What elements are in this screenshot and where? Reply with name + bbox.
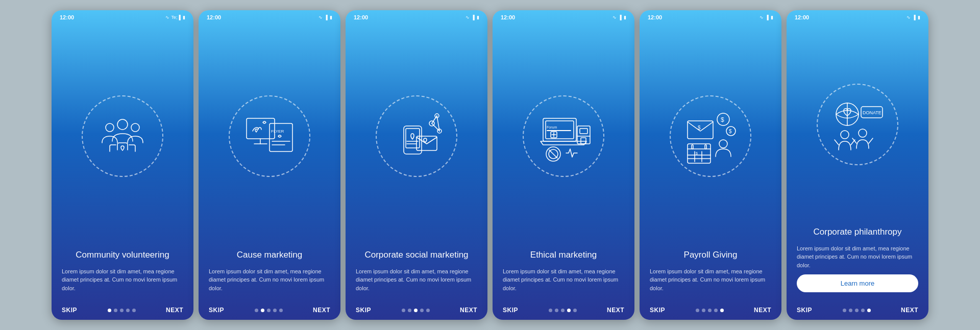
dot-3-3 xyxy=(420,309,424,312)
skip-3[interactable]: SKIP xyxy=(356,307,371,314)
next-1[interactable]: NEXT xyxy=(166,307,183,314)
status-bar-5: 12:00 ∿ ▐ ▮ xyxy=(640,10,781,22)
signal-icon-3: ▐ xyxy=(472,15,475,20)
time-2: 12:00 xyxy=(207,14,221,20)
status-icons-1: ∿ Te;▐ ▮ xyxy=(165,15,185,20)
title-4: Ethical marketing xyxy=(503,249,624,261)
desc-5: Lorem ipsum dolor sit dim amet, mea regi… xyxy=(650,267,771,293)
desc-4: Lorem ipsum dolor sit dim amet, mea regi… xyxy=(503,267,624,293)
learn-more-button[interactable]: Learn more xyxy=(797,274,918,292)
svg-rect-21 xyxy=(543,118,576,141)
battery-icon-5: ▮ xyxy=(771,15,773,20)
dots-1 xyxy=(108,309,136,312)
wifi-icon-5: ∿ xyxy=(760,15,764,20)
dot-2-2 xyxy=(267,309,271,312)
screens-container: 12:00 ∿ Te;▐ ▮ xyxy=(41,0,939,330)
status-bar-1: 12:00 ∿ Te;▐ ▮ xyxy=(52,10,193,22)
svg-text:Forum: Forum xyxy=(547,125,557,129)
content-6: Corporate philanthropy Lorem ipsum dolor… xyxy=(787,226,928,302)
content-4: Ethical marketing Lorem ipsum dolor sit … xyxy=(493,249,634,302)
time-5: 12:00 xyxy=(648,14,662,20)
dot-4-4 xyxy=(573,309,577,312)
dashed-circle-3 xyxy=(376,95,457,177)
svg-rect-10 xyxy=(404,126,422,154)
time-1: 12:00 xyxy=(60,14,74,20)
battery-icon-1: ▮ xyxy=(183,15,185,20)
content-1: Community volunteering Lorem ipsum dolor… xyxy=(52,249,193,302)
dot-4-0 xyxy=(549,309,552,312)
status-bar-2: 12:00 ∿ ▐ ▮ xyxy=(199,10,340,22)
signal-icon-2: ▐ xyxy=(325,15,328,20)
dot-5-1 xyxy=(702,309,705,312)
dots-5 xyxy=(696,309,724,312)
skip-5[interactable]: SKIP xyxy=(650,307,665,314)
content-3: Corporate social marketing Lorem ipsum d… xyxy=(346,249,487,302)
next-6[interactable]: NEXT xyxy=(901,307,918,314)
content-2: Cause marketing Lorem ipsum dolor sit di… xyxy=(199,249,340,302)
status-icons-2: ∿ ▐ ▮ xyxy=(318,15,332,20)
status-icons-3: ∿ ▐ ▮ xyxy=(465,15,479,20)
status-bar-4: 12:00 ∿ ▐ ▮ xyxy=(493,10,634,22)
skip-6[interactable]: SKIP xyxy=(797,307,812,314)
next-2[interactable]: NEXT xyxy=(313,307,330,314)
svg-text:FLYER: FLYER xyxy=(271,129,284,134)
wifi-icon-3: ∿ xyxy=(465,15,470,20)
dot-1-2 xyxy=(120,309,124,312)
svg-rect-6 xyxy=(270,123,292,151)
svg-text:$: $ xyxy=(721,116,724,123)
skip-2[interactable]: SKIP xyxy=(209,307,224,314)
dot-4-3 xyxy=(567,309,571,312)
cause-marketing-icon: FLYER xyxy=(241,108,298,164)
payroll-giving-icon: $ $ $ xyxy=(682,108,739,164)
dot-1-0 xyxy=(108,309,111,312)
dot-1-1 xyxy=(114,309,117,312)
screen-community-volunteering: 12:00 ∿ Te;▐ ▮ xyxy=(52,10,193,320)
dot-1-4 xyxy=(132,309,136,312)
dot-2-4 xyxy=(279,309,283,312)
svg-point-0 xyxy=(117,119,128,130)
title-6: Corporate philanthropy xyxy=(797,226,918,238)
desc-6: Lorem ipsum dolor sit dim amet, mea regi… xyxy=(797,244,918,270)
battery-icon-4: ▮ xyxy=(624,15,626,20)
next-5[interactable]: NEXT xyxy=(754,307,771,314)
svg-rect-3 xyxy=(247,118,275,139)
dot-3-4 xyxy=(426,309,430,312)
signal-icon-5: ▐ xyxy=(766,15,769,20)
philanthropy-icon: DONATE xyxy=(829,96,886,153)
skip-4[interactable]: SKIP xyxy=(503,307,518,314)
wifi-icon-2: ∿ xyxy=(318,15,323,20)
screen-corporate-social-marketing: 12:00 ∿ ▐ ▮ xyxy=(346,10,487,320)
next-3[interactable]: NEXT xyxy=(460,307,477,314)
wifi-icon-4: ∿ xyxy=(612,15,617,20)
title-2: Cause marketing xyxy=(209,249,330,261)
title-1: Community volunteering xyxy=(62,249,183,261)
illustration-3 xyxy=(346,22,487,249)
svg-text:$: $ xyxy=(698,125,701,131)
desc-2: Lorem ipsum dolor sit dim amet, mea regi… xyxy=(209,267,330,293)
illustration-1 xyxy=(52,22,193,249)
screen-payroll-giving: 12:00 ∿ ▐ ▮ $ $ $ xyxy=(640,10,781,320)
skip-1[interactable]: SKIP xyxy=(62,307,77,314)
dot-5-2 xyxy=(708,309,712,312)
dots-4 xyxy=(549,309,577,312)
svg-point-2 xyxy=(131,123,139,132)
status-icons-4: ∿ ▐ ▮ xyxy=(612,15,626,20)
next-4[interactable]: NEXT xyxy=(607,307,624,314)
content-5: Payroll Giving Lorem ipsum dolor sit dim… xyxy=(640,249,781,302)
screen-ethical-marketing: 12:00 ∿ ▐ ▮ Forum xyxy=(493,10,634,320)
svg-rect-43 xyxy=(688,144,710,163)
dashed-circle-6: DONATE xyxy=(817,84,898,165)
dot-3-0 xyxy=(402,309,405,312)
svg-line-30 xyxy=(549,150,557,158)
dot-6-0 xyxy=(843,309,846,312)
social-marketing-icon xyxy=(388,108,445,164)
illustration-6: DONATE xyxy=(787,22,928,226)
time-3: 12:00 xyxy=(354,14,368,20)
dots-6 xyxy=(843,309,871,312)
battery-icon-6: ▮ xyxy=(918,15,920,20)
bottom-nav-6: SKIP NEXT xyxy=(787,302,928,320)
screen-cause-marketing: 12:00 ∿ ▐ ▮ xyxy=(199,10,340,320)
wifi-icon-1: ∿ xyxy=(165,15,169,20)
wifi-icon-6: ∿ xyxy=(906,15,911,20)
status-bar-3: 12:00 ∿ ▐ ▮ xyxy=(346,10,487,22)
